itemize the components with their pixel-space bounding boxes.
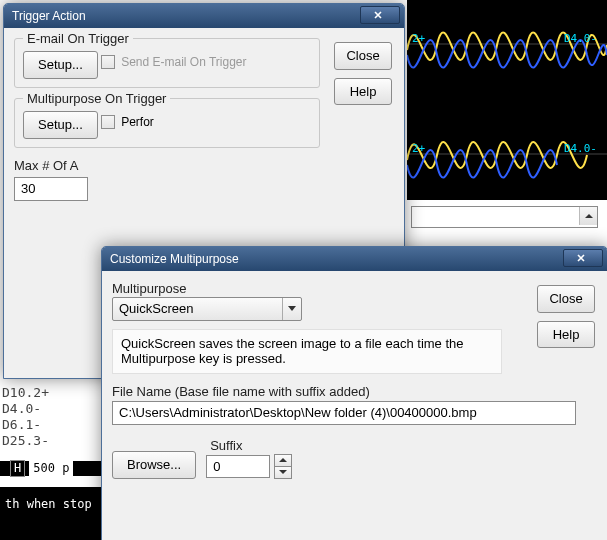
trigger-titlebar[interactable]: Trigger Action — [4, 4, 404, 28]
customize-title: Customize Multipurpose — [110, 252, 239, 266]
checkbox-label: Perfor — [121, 115, 154, 129]
chevron-down-icon — [282, 298, 301, 320]
multipurpose-on-trigger-group: Multipurpose On Trigger Setup... Perfor — [14, 98, 320, 148]
max-actions-row: Max # Of A 30 — [14, 158, 394, 201]
multipurpose-setup-button[interactable]: Setup... — [23, 111, 98, 139]
max-actions-field[interactable]: 30 — [14, 177, 88, 201]
suffix-label: Suffix — [210, 438, 292, 454]
customize-multipurpose-window: Customize Multipurpose Close Help Multip… — [101, 246, 607, 540]
close-button[interactable]: Close — [334, 42, 392, 70]
max-actions-label: Max # Of A — [14, 158, 78, 173]
scope-channel-label: D4.0- — [564, 142, 597, 155]
checkbox-label: Send E-mail On Trigger — [121, 55, 246, 69]
trigger-title: Trigger Action — [12, 9, 86, 23]
spinner-down[interactable] — [274, 466, 292, 479]
filename-field[interactable]: C:\Users\Administrator\Desktop\New folde… — [112, 401, 576, 425]
terminal-text: th when stop — [5, 497, 92, 511]
chevron-up-icon — [579, 207, 597, 225]
suffix-spinner[interactable] — [274, 454, 292, 479]
close-icon[interactable] — [563, 249, 603, 267]
filename-label: File Name (Base file name with suffix ad… — [112, 384, 502, 400]
group-label: Multipurpose On Trigger — [23, 91, 170, 107]
suffix-row: Browse... Suffix 0 — [112, 438, 502, 479]
email-on-trigger-group: E-mail On Trigger Setup... Send E-mail O… — [14, 38, 320, 88]
perform-checkbox[interactable]: Perfor — [101, 115, 154, 129]
group-label: E-mail On Trigger — [23, 31, 133, 47]
suffix-field[interactable]: 0 — [206, 455, 270, 479]
scope-channel-label: 2+ — [412, 32, 425, 45]
email-setup-button[interactable]: Setup... — [23, 51, 98, 79]
scope-channel-label: 2+ — [412, 142, 425, 155]
background-dropdown[interactable] — [411, 206, 598, 228]
checkbox-icon — [101, 115, 115, 129]
help-button[interactable]: Help — [334, 78, 392, 106]
customize-titlebar[interactable]: Customize Multipurpose — [102, 247, 607, 271]
help-button[interactable]: Help — [537, 321, 595, 349]
close-icon[interactable] — [360, 6, 400, 24]
send-email-checkbox: Send E-mail On Trigger — [101, 55, 246, 69]
scope-channel-label: D4.0- — [564, 32, 597, 45]
multipurpose-combo[interactable]: QuickScreen — [112, 297, 302, 321]
h-value: 500 p — [29, 461, 73, 475]
combo-value: QuickScreen — [119, 301, 193, 316]
measurement-labels: D10.2+ D4.0- D6.1- D25.3- — [2, 385, 49, 449]
svg-rect-0 — [407, 0, 607, 200]
checkbox-icon — [101, 55, 115, 69]
multipurpose-label: Multipurpose — [112, 281, 502, 297]
multipurpose-row: Multipurpose QuickScreen QuickScreen sav… — [112, 281, 502, 479]
oscilloscope-view: 2+ D4.0- 2+ D4.0- — [407, 0, 607, 200]
browse-button[interactable]: Browse... — [112, 451, 196, 479]
h-indicator: H — [10, 460, 25, 476]
close-button[interactable]: Close — [537, 285, 595, 313]
description-box: QuickScreen saves the screen image to a … — [112, 329, 502, 374]
waveform-svg — [407, 0, 607, 200]
